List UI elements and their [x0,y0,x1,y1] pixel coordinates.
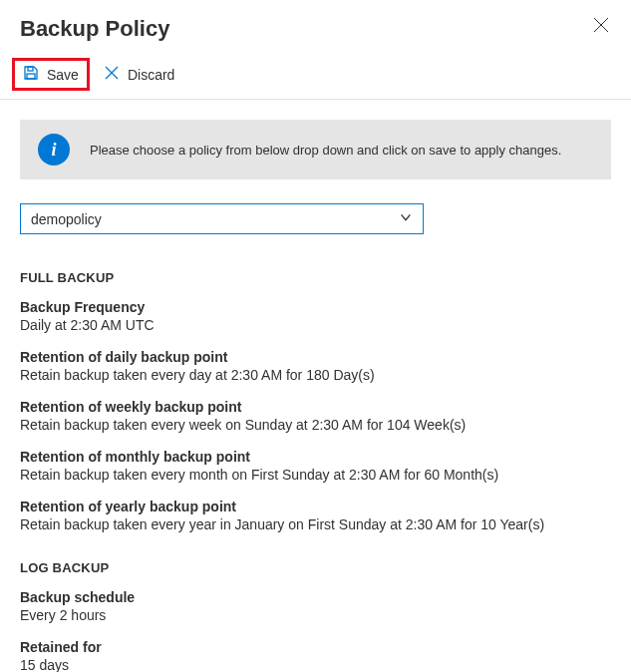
info-banner: i Please choose a policy from below drop… [20,120,611,179]
save-button[interactable]: Save [12,58,90,91]
save-icon [23,65,39,84]
retention-daily-value: Retain backup taken every day at 2:30 AM… [20,367,611,383]
backup-policy-panel: Backup Policy Save [0,0,631,672]
retention-yearly-value: Retain backup taken every year in Januar… [20,516,611,532]
discard-icon [104,65,120,84]
toolbar: Save Discard [0,50,631,100]
retention-yearly-label: Retention of yearly backup point [20,499,611,514]
retention-monthly-group: Retention of monthly backup point Retain… [20,449,611,483]
retention-weekly-group: Retention of weekly backup point Retain … [20,399,611,433]
svg-rect-3 [28,67,33,71]
full-backup-section: FULL BACKUP Backup Frequency Daily at 2:… [20,270,611,532]
policy-dropdown-value: demopolicy [31,211,102,227]
backup-schedule-group: Backup schedule Every 2 hours [20,589,611,623]
discard-button-label: Discard [128,67,174,83]
backup-schedule-label: Backup schedule [20,589,611,605]
panel-content: i Please choose a policy from below drop… [0,100,631,672]
log-backup-title: LOG BACKUP [20,560,611,575]
backup-schedule-value: Every 2 hours [20,607,611,623]
panel-title: Backup Policy [20,16,169,42]
log-backup-section: LOG BACKUP Backup schedule Every 2 hours… [20,560,611,672]
info-icon: i [34,130,74,169]
discard-button[interactable]: Discard [94,59,184,90]
retention-daily-group: Retention of daily backup point Retain b… [20,349,611,383]
backup-frequency-label: Backup Frequency [20,299,611,315]
retention-yearly-group: Retention of yearly backup point Retain … [20,499,611,532]
retention-monthly-label: Retention of monthly backup point [20,449,611,465]
retained-for-group: Retained for 15 days [20,639,611,672]
backup-frequency-group: Backup Frequency Daily at 2:30 AM UTC [20,299,611,333]
retention-monthly-value: Retain backup taken every month on First… [20,467,611,483]
backup-frequency-value: Daily at 2:30 AM UTC [20,317,611,333]
retained-for-label: Retained for [20,639,611,655]
full-backup-title: FULL BACKUP [20,270,611,285]
retained-for-value: 15 days [20,657,611,672]
retention-daily-label: Retention of daily backup point [20,349,611,365]
policy-dropdown[interactable]: demopolicy [20,203,424,234]
retention-weekly-label: Retention of weekly backup point [20,399,611,415]
save-button-label: Save [47,67,79,83]
retention-weekly-value: Retain backup taken every week on Sunday… [20,417,611,433]
info-message: Please choose a policy from below drop d… [90,143,561,158]
panel-header: Backup Policy [0,0,631,50]
chevron-down-icon [399,210,413,227]
close-icon [593,17,609,36]
close-button[interactable] [591,16,611,36]
svg-rect-2 [27,74,35,79]
